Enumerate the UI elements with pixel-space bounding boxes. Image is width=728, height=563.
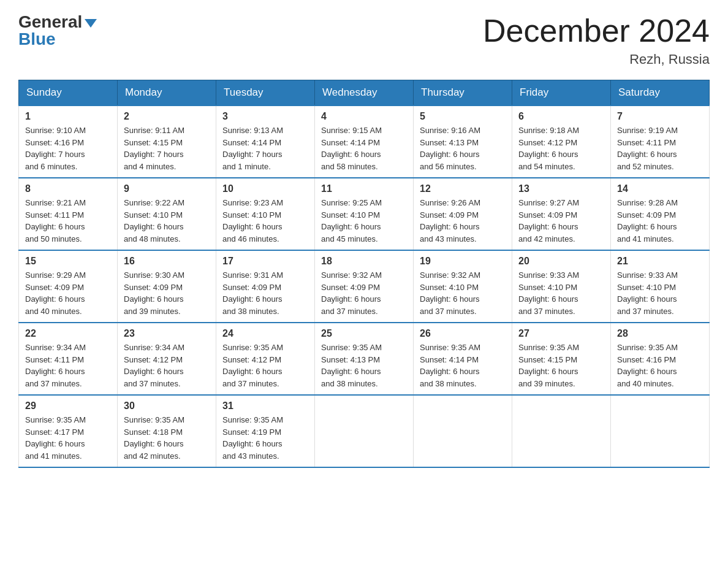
location: Rezh, Russia — [483, 52, 710, 67]
day-info: Sunrise: 9:15 AMSunset: 4:14 PMDaylight:… — [321, 124, 407, 172]
day-info: Sunrise: 9:27 AMSunset: 4:09 PMDaylight:… — [518, 197, 604, 245]
day-number: 22 — [25, 328, 111, 339]
day-number: 2 — [124, 111, 210, 122]
calendar-body: 1 Sunrise: 9:10 AMSunset: 4:16 PMDayligh… — [19, 105, 710, 467]
day-info: Sunrise: 9:32 AMSunset: 4:09 PMDaylight:… — [321, 269, 407, 317]
day-info: Sunrise: 9:25 AMSunset: 4:10 PMDaylight:… — [321, 197, 407, 245]
day-info: Sunrise: 9:33 AMSunset: 4:10 PMDaylight:… — [518, 269, 604, 317]
day-number: 30 — [124, 400, 210, 412]
calendar-cell: 2 Sunrise: 9:11 AMSunset: 4:15 PMDayligh… — [118, 105, 216, 178]
calendar-cell: 26 Sunrise: 9:35 AMSunset: 4:14 PMDaylig… — [414, 323, 512, 395]
day-number: 28 — [617, 328, 703, 339]
calendar-cell: 19 Sunrise: 9:32 AMSunset: 4:10 PMDaylig… — [414, 250, 512, 323]
day-number: 3 — [222, 111, 308, 122]
header-thursday: Thursday — [414, 80, 512, 106]
header-sunday: Sunday — [19, 80, 118, 106]
week-row-5: 29 Sunrise: 9:35 AMSunset: 4:17 PMDaylig… — [19, 395, 710, 467]
day-number: 27 — [518, 328, 604, 339]
header-monday: Monday — [118, 80, 216, 106]
day-number: 11 — [321, 183, 407, 194]
day-headers-row: SundayMondayTuesdayWednesdayThursdayFrid… — [19, 80, 710, 106]
calendar-cell: 10 Sunrise: 9:23 AMSunset: 4:10 PMDaylig… — [216, 178, 315, 250]
calendar-cell: 13 Sunrise: 9:27 AMSunset: 4:09 PMDaylig… — [512, 178, 611, 250]
day-info: Sunrise: 9:10 AMSunset: 4:16 PMDaylight:… — [25, 124, 111, 172]
calendar-cell: 3 Sunrise: 9:13 AMSunset: 4:14 PMDayligh… — [216, 105, 315, 178]
calendar-cell: 16 Sunrise: 9:30 AMSunset: 4:09 PMDaylig… — [118, 250, 216, 323]
day-info: Sunrise: 9:18 AMSunset: 4:12 PMDaylight:… — [518, 124, 604, 172]
header-friday: Friday — [512, 80, 611, 106]
day-info: Sunrise: 9:35 AMSunset: 4:17 PMDaylight:… — [25, 414, 111, 462]
calendar-cell: 5 Sunrise: 9:16 AMSunset: 4:13 PMDayligh… — [414, 105, 512, 178]
calendar-cell: 20 Sunrise: 9:33 AMSunset: 4:10 PMDaylig… — [512, 250, 611, 323]
week-row-2: 8 Sunrise: 9:21 AMSunset: 4:11 PMDayligh… — [19, 178, 710, 250]
day-number: 17 — [222, 256, 308, 267]
day-info: Sunrise: 9:30 AMSunset: 4:09 PMDaylight:… — [124, 269, 210, 317]
calendar-table: SundayMondayTuesdayWednesdayThursdayFrid… — [18, 80, 710, 468]
day-number: 21 — [617, 256, 703, 267]
calendar-cell: 18 Sunrise: 9:32 AMSunset: 4:09 PMDaylig… — [315, 250, 414, 323]
day-info: Sunrise: 9:35 AMSunset: 4:15 PMDaylight:… — [518, 342, 604, 389]
day-info: Sunrise: 9:19 AMSunset: 4:11 PMDaylight:… — [617, 124, 703, 172]
day-info: Sunrise: 9:16 AMSunset: 4:13 PMDaylight:… — [420, 124, 506, 172]
day-info: Sunrise: 9:34 AMSunset: 4:12 PMDaylight:… — [124, 342, 210, 389]
day-number: 24 — [222, 328, 308, 339]
calendar-cell: 14 Sunrise: 9:28 AMSunset: 4:09 PMDaylig… — [611, 178, 710, 250]
day-number: 23 — [124, 328, 210, 339]
day-info: Sunrise: 9:31 AMSunset: 4:09 PMDaylight:… — [222, 269, 308, 317]
calendar-cell: 12 Sunrise: 9:26 AMSunset: 4:09 PMDaylig… — [414, 178, 512, 250]
day-info: Sunrise: 9:21 AMSunset: 4:11 PMDaylight:… — [25, 197, 111, 245]
day-number: 13 — [518, 183, 604, 194]
calendar-cell: 24 Sunrise: 9:35 AMSunset: 4:12 PMDaylig… — [216, 323, 315, 395]
calendar-cell: 30 Sunrise: 9:35 AMSunset: 4:18 PMDaylig… — [118, 395, 216, 467]
day-info: Sunrise: 9:35 AMSunset: 4:14 PMDaylight:… — [420, 342, 506, 389]
day-info: Sunrise: 9:35 AMSunset: 4:18 PMDaylight:… — [124, 414, 210, 462]
calendar-cell — [315, 395, 414, 467]
day-number: 12 — [420, 183, 506, 194]
day-number: 25 — [321, 328, 407, 339]
day-info: Sunrise: 9:23 AMSunset: 4:10 PMDaylight:… — [222, 197, 308, 245]
calendar-cell: 8 Sunrise: 9:21 AMSunset: 4:11 PMDayligh… — [19, 178, 118, 250]
day-number: 15 — [25, 256, 111, 267]
logo: General Blue — [18, 12, 97, 49]
week-row-1: 1 Sunrise: 9:10 AMSunset: 4:16 PMDayligh… — [19, 105, 710, 178]
calendar-cell: 22 Sunrise: 9:34 AMSunset: 4:11 PMDaylig… — [19, 323, 118, 395]
day-number: 7 — [617, 111, 703, 122]
calendar-header: SundayMondayTuesdayWednesdayThursdayFrid… — [19, 80, 710, 106]
week-row-3: 15 Sunrise: 9:29 AMSunset: 4:09 PMDaylig… — [19, 250, 710, 323]
page-header: General Blue December 2024 Rezh, Russia — [18, 12, 710, 67]
calendar-cell: 9 Sunrise: 9:22 AMSunset: 4:10 PMDayligh… — [118, 178, 216, 250]
day-number: 16 — [124, 256, 210, 267]
header-wednesday: Wednesday — [315, 80, 414, 106]
day-info: Sunrise: 9:32 AMSunset: 4:10 PMDaylight:… — [420, 269, 506, 317]
day-number: 19 — [420, 256, 506, 267]
calendar-cell: 4 Sunrise: 9:15 AMSunset: 4:14 PMDayligh… — [315, 105, 414, 178]
day-number: 5 — [420, 111, 506, 122]
day-number: 29 — [25, 400, 111, 412]
month-title: December 2024 — [483, 12, 710, 49]
day-number: 8 — [25, 183, 111, 194]
calendar-cell: 29 Sunrise: 9:35 AMSunset: 4:17 PMDaylig… — [19, 395, 118, 467]
calendar-cell: 31 Sunrise: 9:35 AMSunset: 4:19 PMDaylig… — [216, 395, 315, 467]
day-info: Sunrise: 9:11 AMSunset: 4:15 PMDaylight:… — [124, 124, 210, 172]
day-info: Sunrise: 9:22 AMSunset: 4:10 PMDaylight:… — [124, 197, 210, 245]
calendar-cell — [512, 395, 611, 467]
title-section: December 2024 Rezh, Russia — [483, 12, 710, 67]
calendar-cell: 28 Sunrise: 9:35 AMSunset: 4:16 PMDaylig… — [611, 323, 710, 395]
calendar-cell: 15 Sunrise: 9:29 AMSunset: 4:09 PMDaylig… — [19, 250, 118, 323]
header-saturday: Saturday — [611, 80, 710, 106]
day-number: 1 — [25, 111, 111, 122]
calendar-cell: 6 Sunrise: 9:18 AMSunset: 4:12 PMDayligh… — [512, 105, 611, 178]
header-tuesday: Tuesday — [216, 80, 315, 106]
day-number: 26 — [420, 328, 506, 339]
day-info: Sunrise: 9:28 AMSunset: 4:09 PMDaylight:… — [617, 197, 703, 245]
calendar-cell — [414, 395, 512, 467]
logo-arrow-icon — [85, 19, 97, 28]
day-info: Sunrise: 9:35 AMSunset: 4:19 PMDaylight:… — [222, 414, 308, 462]
calendar-cell: 17 Sunrise: 9:31 AMSunset: 4:09 PMDaylig… — [216, 250, 315, 323]
day-number: 10 — [222, 183, 308, 194]
day-number: 14 — [617, 183, 703, 194]
day-number: 4 — [321, 111, 407, 122]
day-info: Sunrise: 9:35 AMSunset: 4:13 PMDaylight:… — [321, 342, 407, 389]
calendar-cell — [611, 395, 710, 467]
calendar-cell: 27 Sunrise: 9:35 AMSunset: 4:15 PMDaylig… — [512, 323, 611, 395]
